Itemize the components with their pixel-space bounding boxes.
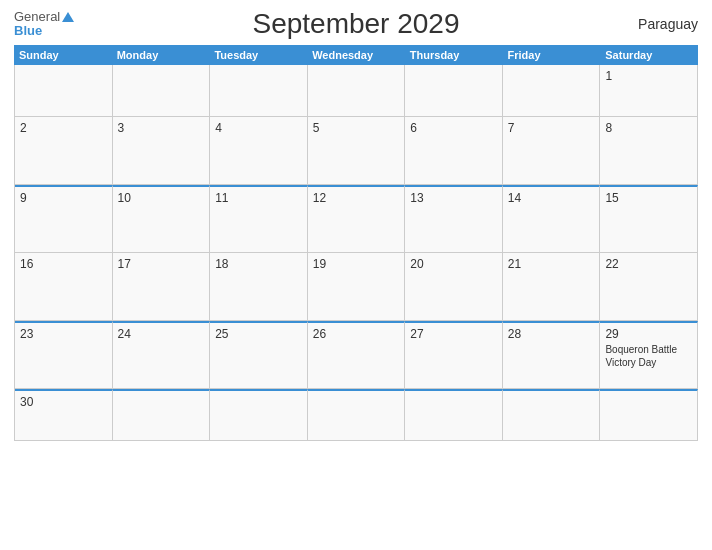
- day-cell: 15: [600, 185, 698, 253]
- calendar-header: General Blue September 2029 Paraguay: [14, 10, 698, 39]
- calendar-page: General Blue September 2029 Paraguay Sun…: [0, 0, 712, 550]
- day-cell: 25: [210, 321, 308, 389]
- day-header-thursday: Thursday: [405, 45, 503, 65]
- day-number: 28: [508, 327, 595, 341]
- day-cell: [210, 389, 308, 441]
- day-cell: [15, 65, 113, 117]
- day-number: 30: [20, 395, 107, 409]
- day-header-monday: Monday: [112, 45, 210, 65]
- day-cell: 5: [308, 117, 406, 185]
- country-label: Paraguay: [638, 16, 698, 32]
- day-header-friday: Friday: [503, 45, 601, 65]
- day-cell: 24: [113, 321, 211, 389]
- day-header-saturday: Saturday: [600, 45, 698, 65]
- day-number: 20: [410, 257, 497, 271]
- day-number: 15: [605, 191, 692, 205]
- day-header-wednesday: Wednesday: [307, 45, 405, 65]
- day-cell: 20: [405, 253, 503, 321]
- day-cell: 11: [210, 185, 308, 253]
- event-label: Boqueron Battle Victory Day: [605, 343, 692, 369]
- day-cell: [503, 65, 601, 117]
- day-number: 17: [118, 257, 205, 271]
- day-cell: 6: [405, 117, 503, 185]
- day-cell: 17: [113, 253, 211, 321]
- day-number: 10: [118, 191, 205, 205]
- day-cell: 8: [600, 117, 698, 185]
- day-number: 26: [313, 327, 400, 341]
- day-cell: [405, 65, 503, 117]
- day-cell: 9: [15, 185, 113, 253]
- day-cell: [405, 389, 503, 441]
- day-cell: [210, 65, 308, 117]
- day-cell: [600, 389, 698, 441]
- calendar-body: 1234567891011121314151617181920212223242…: [14, 65, 698, 441]
- day-number: 23: [20, 327, 107, 341]
- day-number: 22: [605, 257, 692, 271]
- day-number: 9: [20, 191, 107, 205]
- day-number: 5: [313, 121, 400, 135]
- day-header-sunday: Sunday: [14, 45, 112, 65]
- day-number: 14: [508, 191, 595, 205]
- day-cell: 30: [15, 389, 113, 441]
- calendar-title: September 2029: [252, 8, 459, 40]
- logo: General Blue: [14, 10, 74, 39]
- day-number: 6: [410, 121, 497, 135]
- day-number: 7: [508, 121, 595, 135]
- day-headers-row: SundayMondayTuesdayWednesdayThursdayFrid…: [14, 45, 698, 65]
- day-number: 11: [215, 191, 302, 205]
- day-cell: 4: [210, 117, 308, 185]
- day-number: 2: [20, 121, 107, 135]
- day-cell: [308, 65, 406, 117]
- day-cell: 19: [308, 253, 406, 321]
- day-number: 13: [410, 191, 497, 205]
- day-cell: 29Boqueron Battle Victory Day: [600, 321, 698, 389]
- day-number: 29: [605, 327, 692, 341]
- day-number: 3: [118, 121, 205, 135]
- day-number: 4: [215, 121, 302, 135]
- day-number: 12: [313, 191, 400, 205]
- day-number: 21: [508, 257, 595, 271]
- day-cell: 2: [15, 117, 113, 185]
- logo-general-text: General: [14, 10, 60, 24]
- day-cell: 7: [503, 117, 601, 185]
- week-row-6: 30: [15, 389, 698, 441]
- day-cell: 14: [503, 185, 601, 253]
- day-number: 25: [215, 327, 302, 341]
- day-cell: 28: [503, 321, 601, 389]
- day-number: 16: [20, 257, 107, 271]
- day-cell: 12: [308, 185, 406, 253]
- day-number: 27: [410, 327, 497, 341]
- day-cell: 23: [15, 321, 113, 389]
- logo-blue-text: Blue: [14, 24, 42, 38]
- day-cell: [113, 389, 211, 441]
- day-cell: 10: [113, 185, 211, 253]
- day-cell: 22: [600, 253, 698, 321]
- day-cell: 18: [210, 253, 308, 321]
- day-cell: 3: [113, 117, 211, 185]
- day-cell: 1: [600, 65, 698, 117]
- day-header-tuesday: Tuesday: [209, 45, 307, 65]
- week-row-1: 1: [15, 65, 698, 117]
- day-cell: 16: [15, 253, 113, 321]
- day-cell: 26: [308, 321, 406, 389]
- day-cell: [113, 65, 211, 117]
- logo-triangle-icon: [62, 12, 74, 22]
- day-number: 8: [605, 121, 692, 135]
- day-number: 18: [215, 257, 302, 271]
- day-cell: 21: [503, 253, 601, 321]
- day-number: 24: [118, 327, 205, 341]
- day-number: 19: [313, 257, 400, 271]
- week-row-4: 16171819202122: [15, 253, 698, 321]
- day-cell: [503, 389, 601, 441]
- day-cell: 13: [405, 185, 503, 253]
- week-row-3: 9101112131415: [15, 185, 698, 253]
- week-row-5: 23242526272829Boqueron Battle Victory Da…: [15, 321, 698, 389]
- day-cell: [308, 389, 406, 441]
- week-row-2: 2345678: [15, 117, 698, 185]
- day-number: 1: [605, 69, 692, 83]
- day-cell: 27: [405, 321, 503, 389]
